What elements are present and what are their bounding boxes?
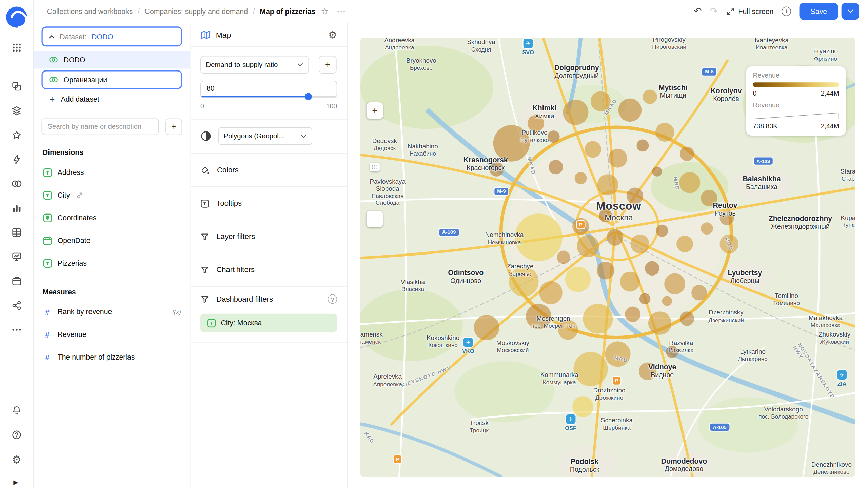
dashboards-icon[interactable]	[7, 247, 27, 267]
map-bubble[interactable]	[572, 218, 589, 235]
dataset-selector[interactable]: Dataset: DODO	[41, 26, 182, 46]
breadcrumb-item[interactable]: Map of pizzerias	[260, 7, 315, 15]
map-bubble[interactable]	[583, 304, 613, 334]
dimension-field-row[interactable]: TCity	[34, 184, 190, 206]
chart-section-colors[interactable]: Colors	[191, 153, 347, 186]
chart-section-tooltips[interactable]: TTooltips	[191, 186, 347, 220]
map-bubble[interactable]	[664, 273, 685, 294]
settings-icon[interactable]: ⚙	[7, 449, 27, 469]
add-measure-button[interactable]: +	[319, 56, 336, 74]
chart-settings-gear-icon[interactable]: ⚙	[328, 30, 337, 40]
breadcrumb-item[interactable]: Companies: supply and demand	[145, 7, 248, 15]
map-bubble[interactable]	[608, 149, 627, 168]
map-bubble[interactable]	[701, 223, 713, 235]
map-bubble[interactable]	[652, 167, 662, 177]
map-bubble[interactable]	[680, 311, 694, 326]
map-bubble[interactable]	[719, 235, 738, 254]
help-circle-icon[interactable]: ?	[328, 294, 337, 304]
map-bubble[interactable]	[643, 90, 657, 104]
more-actions-icon[interactable]: ⋯	[337, 6, 346, 17]
dashboard-filter-chip[interactable]: T City: Москва	[200, 314, 337, 332]
editor-icon[interactable]	[7, 149, 27, 169]
collapse-rail-button[interactable]: ▶	[13, 479, 18, 486]
map-bubble[interactable]	[639, 293, 651, 305]
favorites-icon[interactable]	[7, 125, 27, 145]
datalens-logo-icon[interactable]	[6, 7, 27, 28]
map-bubble[interactable]	[596, 262, 614, 279]
map-bubble[interactable]	[692, 285, 707, 300]
map-bubble[interactable]	[655, 123, 674, 142]
dataset-row[interactable]: DODO	[34, 51, 190, 68]
map-bubble[interactable]	[676, 236, 693, 252]
charts-icon[interactable]	[7, 198, 27, 218]
measure-field-row[interactable]: #Rank by revenuef(x)	[34, 301, 190, 323]
dataset-row[interactable]: Организации	[41, 70, 182, 89]
datasets-icon[interactable]	[7, 174, 27, 194]
storage-icon[interactable]	[7, 271, 27, 291]
map-bubble[interactable]	[627, 187, 643, 204]
map-canvas[interactable]: MoscowМоскваDolgoprudnyДолгопрудныйMytis…	[360, 38, 855, 477]
map-bubble[interactable]	[563, 100, 588, 125]
map-bubble[interactable]	[474, 315, 499, 340]
dimension-field-row[interactable]: OpenDate	[34, 229, 190, 252]
map-bubble[interactable]	[701, 190, 717, 206]
layer-visibility-icon[interactable]	[200, 130, 212, 142]
dimension-field-row[interactable]: TPizzerias	[34, 252, 190, 274]
more-icon[interactable]	[7, 320, 27, 340]
map-bubble[interactable]	[577, 235, 599, 257]
ratio-value-box[interactable]: 80	[200, 81, 337, 98]
measure-field-row[interactable]: #Revenue	[34, 323, 190, 346]
map-bubble[interactable]	[618, 99, 642, 122]
measure-select[interactable]: Demand-to-supply ratio	[200, 56, 309, 74]
map-bubble[interactable]	[590, 92, 610, 111]
add-dataset-button[interactable]: + Add dataset	[34, 91, 190, 107]
map-bubble[interactable]	[526, 304, 551, 329]
map-bubble[interactable]	[636, 139, 649, 151]
apps-grid-icon[interactable]	[7, 38, 27, 58]
map-bubble[interactable]	[607, 229, 624, 246]
map-bubble[interactable]	[680, 147, 694, 161]
map-bubble[interactable]	[549, 160, 563, 174]
map-bubble[interactable]	[547, 130, 559, 143]
map-bubble[interactable]	[515, 214, 562, 261]
layer-select[interactable]: Polygons (Geopol...	[218, 127, 312, 145]
favorite-star-icon[interactable]: ☆	[321, 6, 329, 17]
map-drag-handle[interactable]	[370, 163, 380, 171]
map-bubble[interactable]	[719, 210, 734, 225]
info-icon[interactable]: i	[782, 7, 791, 16]
map-bubble[interactable]	[645, 261, 659, 275]
map-bubble[interactable]	[557, 251, 570, 264]
map-bubble[interactable]	[558, 320, 578, 340]
chart-section-dashboard-filters[interactable]: Dashboard filters?	[191, 286, 347, 311]
measure-field-row[interactable]: #The number of pizzerias	[34, 346, 190, 368]
map-bubble[interactable]	[509, 266, 538, 296]
full-screen-button[interactable]: Full screen	[726, 7, 774, 15]
help-icon[interactable]	[7, 425, 27, 445]
ratio-slider-track[interactable]	[201, 96, 336, 97]
map-bubble[interactable]	[528, 115, 545, 131]
connections-icon[interactable]	[7, 296, 27, 316]
map-bubble[interactable]	[493, 125, 530, 161]
map-bubble[interactable]	[620, 271, 640, 291]
tables-icon[interactable]	[7, 222, 27, 242]
map-bubble[interactable]	[574, 172, 587, 184]
chart-section-layer-filters[interactable]: Layer filters	[191, 220, 347, 253]
map-bubble[interactable]	[566, 266, 591, 292]
map-bubble[interactable]	[648, 311, 672, 335]
map-bubble[interactable]	[489, 162, 504, 177]
map-bubble[interactable]	[573, 352, 608, 386]
map-bubble[interactable]	[573, 396, 594, 417]
redo-icon[interactable]: ↷	[710, 7, 718, 16]
map-bubble[interactable]	[638, 363, 656, 380]
map-bubble[interactable]	[625, 307, 640, 322]
add-field-button[interactable]: +	[165, 118, 182, 135]
dimension-field-row[interactable]: Coordinates	[34, 206, 190, 229]
zoom-in-button[interactable]: +	[367, 102, 383, 119]
map-bubble[interactable]	[666, 346, 678, 358]
undo-icon[interactable]: ↶	[694, 7, 702, 16]
map-bubble[interactable]	[599, 209, 612, 222]
chart-section-chart-filters[interactable]: Chart filters	[191, 253, 347, 286]
collections-icon[interactable]	[7, 76, 27, 96]
ratio-slider-knob[interactable]	[304, 93, 312, 100]
breadcrumb-item[interactable]: Collections and workbooks	[47, 7, 133, 15]
